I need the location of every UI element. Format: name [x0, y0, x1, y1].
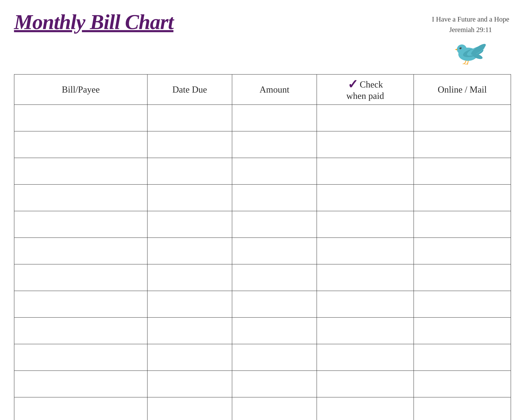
cell-online-mail[interactable]	[414, 371, 511, 397]
svg-point-2	[459, 47, 461, 49]
cell-bill-payee[interactable]	[14, 238, 148, 264]
cell-check[interactable]	[317, 264, 414, 291]
cell-date-due[interactable]	[148, 318, 232, 344]
table-row	[14, 105, 511, 131]
cell-online-mail[interactable]	[414, 211, 511, 237]
cell-bill-payee[interactable]	[14, 105, 148, 131]
table-row	[14, 185, 511, 211]
cell-check[interactable]	[317, 238, 414, 264]
table-row	[14, 131, 511, 158]
table-row	[14, 264, 511, 291]
cell-check[interactable]	[317, 344, 414, 371]
cell-check[interactable]	[317, 371, 414, 397]
cell-check[interactable]	[317, 131, 414, 158]
svg-line-10	[465, 60, 466, 63]
col-header-bill-payee: Bill/Payee	[14, 75, 148, 104]
cell-date-due[interactable]	[148, 264, 232, 291]
cell-bill-payee[interactable]	[14, 211, 148, 237]
cell-online-mail[interactable]	[414, 158, 511, 184]
cell-online-mail[interactable]	[414, 131, 511, 158]
cell-bill-payee[interactable]	[14, 291, 148, 317]
cell-check[interactable]	[317, 185, 414, 211]
col-header-amount: Amount	[232, 75, 317, 104]
svg-marker-4	[455, 49, 457, 50]
cell-bill-payee[interactable]	[14, 344, 148, 371]
scripture-text: I Have a Future and a Hope Jeremiah 29:1…	[432, 14, 509, 35]
cell-date-due[interactable]	[148, 131, 232, 158]
cell-amount[interactable]	[232, 264, 317, 291]
cell-bill-payee[interactable]	[14, 397, 148, 420]
cell-amount[interactable]	[232, 211, 317, 237]
svg-line-14	[466, 64, 468, 64]
cell-check[interactable]	[317, 211, 414, 237]
cell-amount[interactable]	[232, 371, 317, 397]
cell-online-mail[interactable]	[414, 344, 511, 371]
cell-online-mail[interactable]	[414, 264, 511, 291]
bill-chart-table: Bill/Payee Date Due Amount ✓ Check when …	[14, 74, 511, 420]
table-header-row: Bill/Payee Date Due Amount ✓ Check when …	[14, 75, 511, 105]
cell-date-due[interactable]	[148, 158, 232, 184]
cell-amount[interactable]	[232, 318, 317, 344]
cell-date-due[interactable]	[148, 291, 232, 317]
bird-svg	[452, 37, 491, 65]
svg-line-12	[463, 63, 465, 64]
cell-bill-payee[interactable]	[14, 131, 148, 158]
page: Monthly Bill Chart I Have a Future and a…	[0, 0, 525, 420]
cell-check[interactable]	[317, 105, 414, 131]
cell-bill-payee[interactable]	[14, 318, 148, 344]
scripture-line2: Jeremiah 29:11	[449, 26, 492, 34]
cell-amount[interactable]	[232, 158, 317, 184]
col-header-online-mail: Online / Mail	[414, 75, 511, 104]
cell-amount[interactable]	[232, 238, 317, 264]
col-header-date-due: Date Due	[148, 75, 232, 104]
header: Monthly Bill Chart I Have a Future and a…	[14, 10, 511, 69]
cell-date-due[interactable]	[148, 185, 232, 211]
cell-bill-payee[interactable]	[14, 158, 148, 184]
scripture-line1: I Have a Future and a Hope	[432, 15, 509, 23]
svg-line-11	[468, 61, 468, 64]
table-row	[14, 291, 511, 318]
cell-date-due[interactable]	[148, 211, 232, 237]
check-label-top: Check	[360, 79, 383, 90]
checkmark-icon: ✓	[347, 78, 358, 91]
table-row	[14, 318, 511, 344]
col-header-check-when-paid: ✓ Check when paid	[317, 75, 414, 104]
cell-bill-payee[interactable]	[14, 264, 148, 291]
cell-amount[interactable]	[232, 105, 317, 131]
cell-amount[interactable]	[232, 131, 317, 158]
cell-check[interactable]	[317, 291, 414, 317]
table-row	[14, 371, 511, 397]
cell-check[interactable]	[317, 318, 414, 344]
cell-online-mail[interactable]	[414, 105, 511, 131]
check-label-bottom: when paid	[346, 91, 384, 101]
cell-amount[interactable]	[232, 185, 317, 211]
svg-point-3	[460, 47, 460, 48]
data-rows	[14, 105, 511, 420]
table-row	[14, 397, 511, 420]
table-row	[14, 211, 511, 238]
cell-date-due[interactable]	[148, 238, 232, 264]
check-mark-row: ✓ Check	[347, 78, 383, 91]
title-area: Monthly Bill Chart	[14, 10, 173, 34]
table-row	[14, 158, 511, 185]
cell-date-due[interactable]	[148, 371, 232, 397]
cell-bill-payee[interactable]	[14, 371, 148, 397]
cell-online-mail[interactable]	[414, 318, 511, 344]
table-row	[14, 344, 511, 371]
cell-date-due[interactable]	[148, 344, 232, 371]
cell-online-mail[interactable]	[414, 397, 511, 420]
header-right: I Have a Future and a Hope Jeremiah 29:1…	[432, 10, 511, 65]
cell-date-due[interactable]	[148, 397, 232, 420]
cell-date-due[interactable]	[148, 105, 232, 131]
cell-check[interactable]	[317, 397, 414, 420]
main-title: Monthly Bill Chart	[14, 10, 173, 34]
cell-online-mail[interactable]	[414, 185, 511, 211]
cell-amount[interactable]	[232, 397, 317, 420]
cell-bill-payee[interactable]	[14, 185, 148, 211]
bird-illustration	[452, 37, 491, 65]
cell-amount[interactable]	[232, 344, 317, 371]
cell-amount[interactable]	[232, 291, 317, 317]
cell-online-mail[interactable]	[414, 291, 511, 317]
cell-online-mail[interactable]	[414, 238, 511, 264]
cell-check[interactable]	[317, 158, 414, 184]
